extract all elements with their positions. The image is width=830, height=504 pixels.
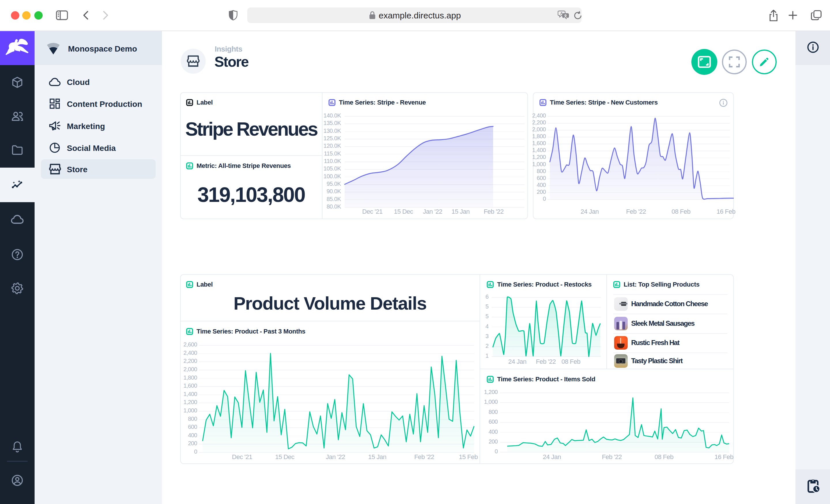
svg-text:文: 文 — [564, 14, 568, 18]
